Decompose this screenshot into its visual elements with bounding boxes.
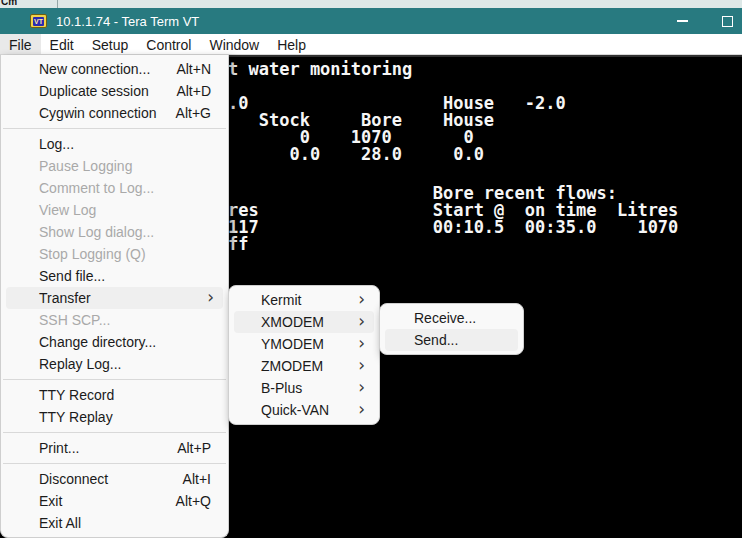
menu-separator — [3, 128, 226, 129]
file-menu-item-duplicate-session[interactable]: Duplicate session Alt+D — [6, 80, 223, 102]
submenu-chevron-icon: › — [358, 333, 365, 353]
file-menu-item-tty-record[interactable]: TTY Record — [6, 384, 223, 406]
file-menu-item-pause-logging: Pause Logging — [6, 155, 223, 177]
menu-item-label: YMODEM — [261, 336, 324, 352]
xmodem-submenu: Receive... Send... — [379, 303, 524, 355]
transfer-menu-item-kermit[interactable]: Kermit › — [234, 289, 374, 311]
file-menu-item-send-file[interactable]: Send file... — [6, 265, 223, 287]
file-menu-item-ssh-scp: SSH SCP... — [6, 309, 223, 331]
menu-item-label: Receive... — [414, 310, 476, 326]
menu-item-label: Exit All — [39, 515, 81, 531]
submenu-chevron-icon: › — [358, 377, 365, 397]
menu-item-label: SSH SCP... — [39, 312, 110, 328]
transfer-menu-item-zmodem[interactable]: ZMODEM › — [234, 355, 374, 377]
file-menu-item-exit-all[interactable]: Exit All — [6, 512, 223, 534]
menu-item-label: Pause Logging — [39, 158, 132, 174]
background-window-text: Cm — [1, 0, 17, 7]
xmodem-menu-item-send[interactable]: Send... — [385, 329, 518, 351]
menu-item-shortcut: Alt+Q — [176, 493, 211, 509]
file-menu-item-log[interactable]: Log... — [6, 133, 223, 155]
file-menu: New connection... Alt+N Duplicate sessio… — [0, 55, 229, 538]
file-menu-item-comment-to-log: Comment to Log... — [6, 177, 223, 199]
terminal-text-lower: Bore recent flows: res Start @ on time L… — [228, 185, 678, 253]
menu-item-shortcut: Alt+I — [183, 471, 211, 487]
menubar-item-file[interactable]: File — [0, 34, 41, 54]
submenu-chevron-icon: › — [207, 287, 214, 307]
file-menu-item-tty-replay[interactable]: TTY Replay — [6, 406, 223, 428]
submenu-chevron-icon: › — [358, 355, 365, 375]
menu-item-label: Transfer — [39, 290, 91, 306]
menu-item-label: Cygwin connection — [39, 105, 157, 121]
menu-item-label: B-Plus — [261, 380, 302, 396]
menu-item-shortcut: Alt+G — [176, 105, 211, 121]
file-menu-item-disconnect[interactable]: Disconnect Alt+I — [6, 468, 223, 490]
submenu-chevron-icon: › — [358, 311, 365, 331]
menu-separator — [3, 432, 226, 433]
menubar-item-window[interactable]: Window — [200, 34, 268, 54]
menu-separator — [3, 463, 226, 464]
menu-item-label: Exit — [39, 493, 62, 509]
menu-item-label: Show Log dialog... — [39, 224, 154, 240]
file-menu-item-change-directory[interactable]: Change directory... — [6, 331, 223, 353]
background-window-strip: Cm — [0, 0, 742, 8]
file-menu-item-stop-logging: Stop Logging (Q) — [6, 243, 223, 265]
menubar-item-setup[interactable]: Setup — [83, 34, 138, 54]
transfer-submenu: Kermit › XMODEM › YMODEM › ZMODEM › B-Pl… — [228, 285, 380, 425]
menu-item-label: TTY Replay — [39, 409, 113, 425]
menu-item-label: Comment to Log... — [39, 180, 154, 196]
file-menu-item-cygwin-connection[interactable]: Cygwin connection Alt+G — [6, 102, 223, 124]
submenu-chevron-icon: › — [358, 399, 365, 419]
menu-item-label: Replay Log... — [39, 356, 122, 372]
transfer-menu-item-xmodem[interactable]: XMODEM › — [234, 311, 374, 333]
menu-item-label: Send... — [414, 332, 458, 348]
terminal-text-upper: t water monitoring .0 House -2.0 Stock B… — [228, 61, 566, 163]
transfer-menu-item-b-plus[interactable]: B-Plus › — [234, 377, 374, 399]
file-menu-item-exit[interactable]: Exit Alt+Q — [6, 490, 223, 512]
transfer-menu-item-ymodem[interactable]: YMODEM › — [234, 333, 374, 355]
titlebar: VT 10.1.1.74 - Tera Term VT — [0, 8, 742, 34]
minimize-button[interactable] — [667, 8, 697, 34]
menu-item-label: Quick-VAN — [261, 402, 329, 418]
menubar-item-edit[interactable]: Edit — [41, 34, 83, 54]
menu-item-label: Print... — [39, 440, 79, 456]
menu-item-shortcut: Alt+N — [176, 61, 211, 77]
menu-separator — [3, 379, 226, 380]
menu-item-label: Log... — [39, 136, 74, 152]
xmodem-menu-item-receive[interactable]: Receive... — [385, 307, 518, 329]
menubar-item-control[interactable]: Control — [137, 34, 200, 54]
menu-item-label: XMODEM — [261, 314, 324, 330]
file-menu-item-new-connection[interactable]: New connection... Alt+N — [6, 58, 223, 80]
menu-item-label: New connection... — [39, 61, 150, 77]
file-menu-item-show-log-dialog: Show Log dialog... — [6, 221, 223, 243]
menu-item-label: ZMODEM — [261, 358, 323, 374]
menu-item-label: Change directory... — [39, 334, 156, 350]
minimize-icon — [677, 20, 688, 22]
menu-item-label: View Log — [39, 202, 96, 218]
maximize-button[interactable] — [712, 8, 742, 34]
app-icon-vt-label: VT — [33, 17, 44, 26]
window-title: 10.1.1.74 - Tera Term VT — [56, 14, 199, 29]
file-menu-item-print[interactable]: Print... Alt+P — [6, 437, 223, 459]
file-menu-item-replay-log[interactable]: Replay Log... — [6, 353, 223, 375]
menubar: File Edit Setup Control Window Help — [0, 34, 742, 55]
menu-item-label: Kermit — [261, 292, 301, 308]
background-window-divider — [57, 0, 58, 8]
menu-item-label: Send file... — [39, 268, 105, 284]
menu-item-label: Duplicate session — [39, 83, 149, 99]
submenu-chevron-icon: › — [358, 289, 365, 309]
menubar-item-help[interactable]: Help — [268, 34, 315, 54]
transfer-menu-item-quick-van[interactable]: Quick-VAN › — [234, 399, 374, 421]
menu-item-label: TTY Record — [39, 387, 114, 403]
menu-item-label: Disconnect — [39, 471, 108, 487]
file-menu-item-view-log: View Log — [6, 199, 223, 221]
file-menu-item-transfer[interactable]: Transfer › — [6, 287, 223, 309]
menu-item-shortcut: Alt+P — [177, 440, 211, 456]
menu-item-shortcut: Alt+D — [176, 83, 211, 99]
app-icon: VT — [30, 14, 47, 28]
tera-term-window: Cm VT 10.1.1.74 - Tera Term VT File Edit… — [0, 0, 742, 538]
menu-item-label: Stop Logging (Q) — [39, 246, 146, 262]
maximize-icon — [722, 16, 733, 27]
